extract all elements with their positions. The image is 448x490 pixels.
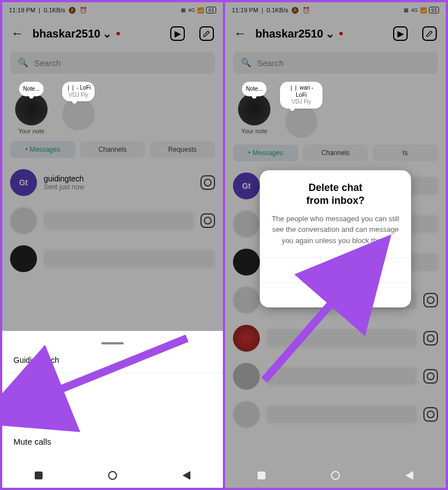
- dialog-body: The people who messaged you can still se…: [260, 213, 411, 258]
- android-nav-bar: [2, 463, 223, 488]
- nav-recent[interactable]: [258, 472, 265, 479]
- sheet-delete[interactable]: Delete: [2, 373, 223, 400]
- dialog-title: Delete chatfrom inbox?: [260, 170, 411, 213]
- nav-home[interactable]: [108, 471, 117, 480]
- nav-back[interactable]: [405, 471, 413, 480]
- delete-chat-dialog: Delete chatfrom inbox? The people who me…: [260, 170, 411, 307]
- nav-home[interactable]: [331, 471, 340, 480]
- sheet-handle[interactable]: [101, 342, 124, 344]
- nav-recent[interactable]: [35, 472, 43, 479]
- sheet-mute-calls[interactable]: Mute calls: [2, 428, 223, 455]
- dialog-cancel-button[interactable]: Cancel: [260, 282, 411, 307]
- phone-left-screenshot: 11:19 PM | 0.1KB/s 🔕 ⏰ ▦ 4G 📶 93 ← bhask…: [0, 0, 224, 490]
- android-nav-bar: [225, 463, 446, 488]
- sheet-mute-messages[interactable]: Mute messages: [2, 400, 223, 428]
- scrim-overlay[interactable]: [2, 2, 223, 331]
- sheet-chat-name: Guiding Tech: [2, 350, 223, 373]
- nav-back[interactable]: [183, 471, 190, 480]
- phone-right-screenshot: 11:19 PM | 0.1KB/s 🔕 ⏰ ▦ 4G 📶 93 ← bhask…: [224, 0, 448, 490]
- dialog-delete-button[interactable]: Delete: [260, 257, 411, 282]
